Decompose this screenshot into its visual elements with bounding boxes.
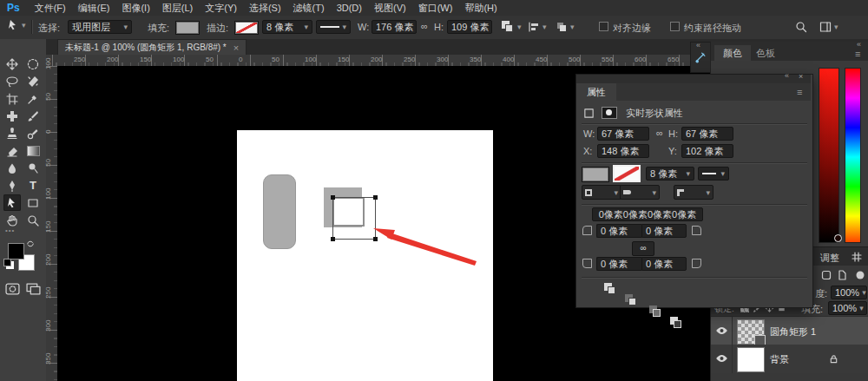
- menu-image[interactable]: 图像(I): [115, 0, 155, 16]
- layer-name[interactable]: 圆角矩形 1: [770, 325, 816, 338]
- link-wh-icon[interactable]: ∞: [656, 128, 663, 138]
- quick-mask-button[interactable]: [5, 283, 20, 297]
- transform-handle[interactable]: [331, 237, 335, 241]
- visibility-eye-icon[interactable]: [715, 326, 728, 335]
- fill-swatch[interactable]: [175, 21, 200, 35]
- tab-color[interactable]: 颜色: [714, 45, 751, 61]
- menu-select[interactable]: 选择(S): [243, 0, 287, 16]
- menu-file[interactable]: 文件(F): [29, 0, 72, 16]
- mask-properties-icon[interactable]: [602, 107, 617, 119]
- stroke-style-dropdown[interactable]: ▾: [316, 20, 351, 34]
- filter-pixel-layers-icon[interactable]: [821, 270, 832, 280]
- opacity-dropdown[interactable]: 100% ▾: [831, 286, 867, 299]
- brush-tool[interactable]: [24, 108, 42, 124]
- layer-row-selected[interactable]: 圆角矩形 1: [711, 316, 868, 346]
- link-corners-button[interactable]: ∞: [632, 241, 654, 256]
- swap-colors-icon[interactable]: [26, 240, 35, 248]
- pathop-union-button[interactable]: [604, 283, 617, 294]
- transform-handle[interactable]: [373, 195, 378, 200]
- prop-w-input[interactable]: 67 像素: [597, 127, 649, 141]
- stroke-corners-dropdown[interactable]: ▾: [674, 185, 713, 200]
- rounded-rectangle-shape[interactable]: [263, 174, 296, 249]
- menu-type[interactable]: 文字(Y): [199, 0, 243, 16]
- prop-stroke-swatch[interactable]: [613, 165, 641, 182]
- gradient-tool[interactable]: [24, 142, 42, 159]
- panel-menu-icon[interactable]: ≡: [797, 87, 802, 97]
- crop-tool[interactable]: [3, 90, 21, 107]
- default-colors-icon[interactable]: [3, 259, 11, 266]
- prop-y-input[interactable]: 102 像素: [681, 144, 733, 158]
- radius-bottomright-input[interactable]: 0 像素: [641, 257, 687, 271]
- properties-panel-dock-icon[interactable]: [694, 51, 707, 64]
- pathop-intersect-button[interactable]: [649, 305, 662, 317]
- screen-mode-button[interactable]: [26, 283, 41, 297]
- adjustments-grid-icon[interactable]: [852, 252, 862, 262]
- layer-name[interactable]: 背景: [770, 353, 789, 366]
- menu-view[interactable]: 视图(V): [368, 0, 412, 16]
- align-edges-checkbox[interactable]: [599, 22, 608, 31]
- prop-fill-swatch[interactable]: [582, 167, 609, 182]
- color-picker-cursor[interactable]: [834, 234, 842, 242]
- stroke-swatch[interactable]: [234, 21, 259, 35]
- history-brush-tool[interactable]: [24, 125, 42, 141]
- transform-handle[interactable]: [373, 237, 378, 241]
- stroke-caps-dropdown[interactable]: ▾: [620, 185, 660, 200]
- close-tab-icon[interactable]: ×: [233, 43, 239, 53]
- path-selection-tool[interactable]: [3, 194, 21, 211]
- stroke-align-dropdown[interactable]: ▾: [582, 185, 621, 200]
- dodge-tool[interactable]: [24, 160, 42, 176]
- menu-filter[interactable]: 滤镜(T): [287, 0, 331, 16]
- prop-stroke-style-dropdown[interactable]: ▾: [698, 167, 729, 181]
- radius-bottomleft-input[interactable]: 0 像素: [596, 257, 641, 271]
- height-input[interactable]: 109 像素: [447, 20, 492, 34]
- color-spectrum-ramp[interactable]: [845, 68, 861, 243]
- transform-handle[interactable]: [331, 195, 335, 200]
- width-input[interactable]: 176 像素: [372, 20, 417, 34]
- prop-stroke-width-dropdown[interactable]: 8 像素 ▾: [646, 167, 694, 181]
- quick-selection-tool[interactable]: [24, 73, 42, 89]
- marquee-tool[interactable]: [24, 56, 42, 72]
- clone-stamp-tool[interactable]: [3, 125, 21, 141]
- left-ruler[interactable]: 100 50 0 50 100 150 200 250 300 350: [46, 66, 58, 381]
- stroke-width-dropdown[interactable]: 8 像素 ▾: [262, 20, 312, 34]
- menu-help[interactable]: 帮助(H): [458, 0, 503, 16]
- tool-preset-button[interactable]: ▾: [7, 19, 26, 31]
- foreground-color-swatch[interactable]: [8, 243, 24, 259]
- radius-topleft-input[interactable]: 0 像素: [596, 224, 641, 238]
- toolbar-overflow-dots[interactable]: •••: [5, 227, 15, 234]
- eyedropper-tool[interactable]: [24, 90, 42, 107]
- pen-tool[interactable]: [3, 177, 21, 194]
- healing-brush-tool[interactable]: [3, 108, 21, 124]
- pathop-exclude-button[interactable]: [670, 317, 683, 328]
- tab-swatches[interactable]: 色板: [756, 47, 775, 60]
- collapse-dock-icon[interactable]: «: [696, 41, 700, 49]
- radius-topright-input[interactable]: 0 像素: [641, 224, 687, 238]
- visibility-eye-icon[interactable]: [715, 354, 728, 363]
- collapse-panel-icon[interactable]: «: [785, 71, 789, 80]
- document-tab[interactable]: 未标题-1 @ 100% (圆角矩形 1, RGB/8#) * ×: [57, 39, 247, 55]
- menu-3d[interactable]: 3D(D): [331, 1, 368, 15]
- workspace-switcher[interactable]: ▾: [819, 21, 838, 33]
- layer-thumbnail-background[interactable]: [737, 347, 765, 372]
- lasso-tool[interactable]: [3, 73, 21, 89]
- path-arrangement-button[interactable]: ▾: [556, 21, 575, 33]
- layer-thumbnail-shape[interactable]: [737, 319, 765, 345]
- transform-bounding-box[interactable]: [332, 197, 376, 240]
- eraser-tool[interactable]: [3, 142, 21, 159]
- layer-row-background[interactable]: 背景: [711, 345, 868, 373]
- tab-adjustments[interactable]: 调整: [820, 252, 839, 265]
- menu-edit[interactable]: 编辑(E): [72, 0, 116, 16]
- move-tool[interactable]: [3, 56, 21, 72]
- path-alignment-button[interactable]: ▾: [528, 21, 547, 33]
- panel-menu-icon[interactable]: ≡: [855, 49, 860, 59]
- prop-h-input[interactable]: 67 像素: [681, 127, 733, 141]
- close-panel-icon[interactable]: ×: [799, 72, 803, 81]
- fill-opacity-dropdown[interactable]: 100% ▾: [828, 301, 867, 315]
- blur-tool[interactable]: [3, 160, 21, 176]
- properties-panel-header[interactable]: « ×: [576, 75, 811, 83]
- document-page[interactable]: [237, 130, 493, 381]
- search-icon[interactable]: [795, 21, 807, 33]
- filter-shape-layers-icon[interactable]: [855, 270, 865, 280]
- filter-adjustment-layers-icon[interactable]: [837, 270, 847, 280]
- prop-x-input[interactable]: 148 像素: [597, 144, 649, 158]
